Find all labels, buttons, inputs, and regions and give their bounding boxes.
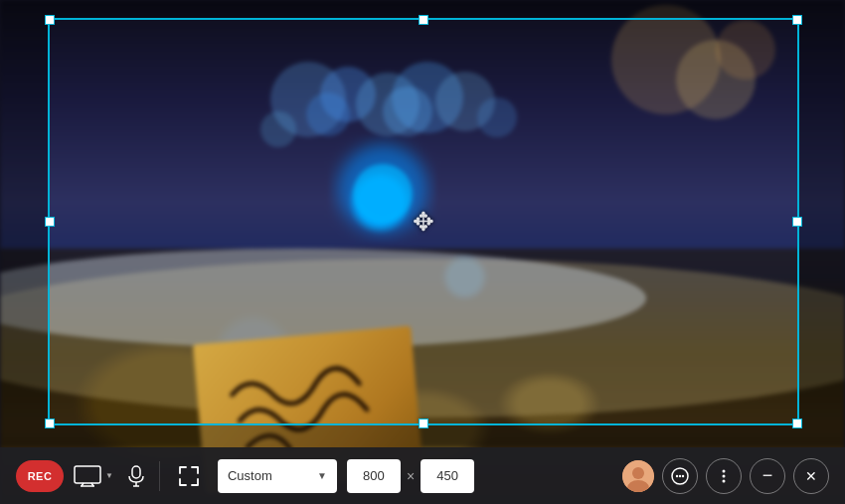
avatar-image: [622, 460, 654, 492]
selection-box[interactable]: ✥: [48, 18, 799, 425]
dropdown-selected-value: Custom: [228, 468, 311, 483]
minus-icon: −: [762, 466, 773, 484]
expand-icon: [178, 465, 200, 487]
minimize-button[interactable]: −: [750, 458, 785, 494]
svg-rect-17: [75, 466, 100, 483]
comments-icon: [671, 467, 689, 485]
svg-point-25: [632, 467, 644, 479]
user-avatar[interactable]: [622, 460, 654, 492]
svg-point-32: [723, 474, 726, 477]
more-options-button[interactable]: [706, 458, 742, 494]
expand-button[interactable]: [170, 461, 208, 491]
dropdown-chevron-icon: ▼: [317, 470, 327, 481]
dim-bottom: [0, 425, 845, 447]
right-controls: − ✕: [622, 458, 829, 494]
close-button[interactable]: ✕: [793, 458, 829, 494]
mic-button[interactable]: [123, 461, 149, 491]
handle-bottom-left[interactable]: [45, 419, 55, 428]
close-icon: ✕: [805, 468, 817, 484]
screen-dropdown-arrow: ▼: [105, 471, 113, 480]
svg-point-33: [723, 479, 726, 482]
svg-point-30: [682, 474, 684, 476]
svg-point-31: [723, 469, 726, 472]
svg-point-28: [676, 474, 678, 476]
toolbar: REC ▼: [0, 447, 845, 504]
move-cursor-icon[interactable]: ✥: [413, 207, 434, 238]
screen-capture-container: ✥ REC ▼: [0, 0, 845, 504]
dim-left: [0, 18, 48, 425]
handle-bottom-middle[interactable]: [419, 419, 428, 428]
handle-top-left[interactable]: [45, 15, 55, 25]
dimension-inputs: ×: [347, 459, 474, 493]
mic-icon: [127, 465, 145, 487]
handle-middle-left[interactable]: [45, 217, 55, 227]
more-options-icon: [715, 467, 733, 485]
svg-rect-21: [132, 466, 140, 478]
handle-top-middle[interactable]: [419, 15, 428, 25]
dimension-separator: ×: [407, 468, 415, 484]
resolution-dropdown[interactable]: Custom ▼: [218, 459, 337, 493]
toolbar-divider: [159, 461, 160, 491]
handle-bottom-right[interactable]: [792, 419, 802, 428]
screen-icon: [74, 465, 101, 487]
rec-button[interactable]: REC: [16, 460, 64, 492]
comments-button[interactable]: [662, 458, 698, 494]
handle-top-right[interactable]: [792, 15, 802, 25]
width-input[interactable]: [347, 459, 401, 493]
height-input[interactable]: [421, 459, 474, 493]
dim-right: [799, 18, 845, 425]
handle-middle-right[interactable]: [792, 217, 802, 227]
svg-point-29: [679, 474, 681, 476]
screen-capture-mode[interactable]: ▼: [74, 465, 113, 487]
